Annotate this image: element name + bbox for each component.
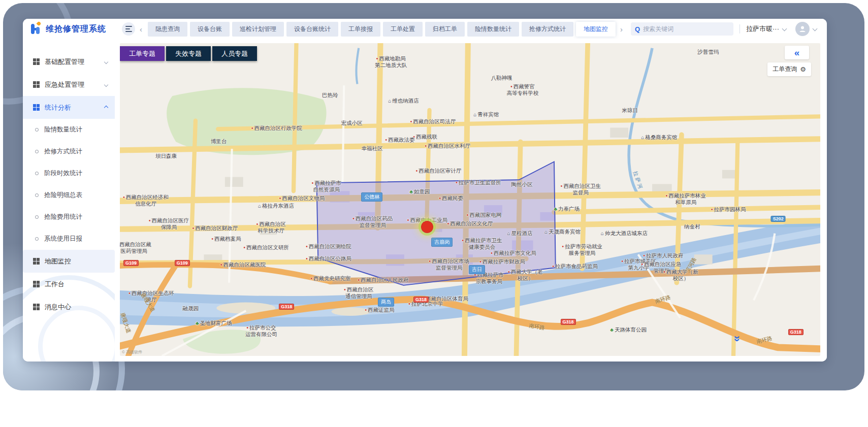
poi-dot-icon: • — [479, 258, 481, 264]
sidebar-item-label: 地图监控 — [45, 257, 71, 266]
sidebar-item-消息中心[interactable]: 消息中心 — [23, 295, 115, 318]
poi-dot-icon: • — [508, 269, 510, 275]
tab-抢修方式统计[interactable]: 抢修方式统计 — [522, 22, 573, 37]
collapse-panel-icon[interactable]: « — [785, 46, 809, 59]
sidebar-item-抢险费用统计[interactable]: 抢险费用统计 — [23, 206, 115, 228]
circle-icon — [35, 215, 39, 219]
map-label-text: 西藏自治区财政厅 — [195, 225, 238, 231]
sidebar-item-统计分析[interactable]: 统计分析 — [23, 96, 115, 119]
tabs-scroll-left-icon[interactable]: ‹ — [135, 25, 147, 34]
poi-dot-icon: • — [408, 301, 410, 306]
map-label: •西藏自治区藏医院 — [220, 261, 266, 268]
road-shield: S202 — [771, 216, 786, 222]
map-label-text: 维也纳酒店 — [392, 97, 419, 103]
sidebar-item-系统使用日报[interactable]: 系统使用日报 — [23, 228, 115, 250]
tab-巡检计划管理[interactable]: 巡检计划管理 — [232, 22, 284, 37]
sidebar-item-地图监控[interactable]: 地图监控 — [23, 250, 115, 273]
sidebar-item-应急处置管理[interactable]: 应急处置管理 — [23, 73, 115, 96]
map-label-text: 八勒神嘎 — [491, 74, 512, 80]
map-label-text: 拉萨市卫生监督所 — [459, 179, 501, 185]
grid-icon — [33, 258, 40, 265]
gear-icon: ⚙ — [800, 65, 806, 73]
grid-icon — [33, 81, 40, 88]
map-label-text: 西藏自治区文化厅 — [450, 220, 493, 226]
tab-设备台账[interactable]: 设备台账 — [190, 22, 230, 37]
map-label: 坝日森康 — [155, 152, 177, 159]
sidebar-item-label: 应急处置管理 — [45, 80, 84, 89]
poi-dot-icon: • — [429, 258, 431, 264]
tab-隐患查询[interactable]: 隐患查询 — [148, 22, 187, 37]
sidebar-item-label: 工作台 — [45, 280, 65, 289]
map-label-text: 天路体育公园 — [615, 326, 647, 332]
alarm-marker[interactable] — [421, 221, 433, 233]
poi-dot-icon: • — [385, 137, 388, 142]
road-shield: G109 — [123, 260, 139, 266]
tab-地图监控[interactable]: 地图监控 — [576, 22, 616, 37]
sidebar-item-基础配置管理[interactable]: 基础配置管理 — [23, 50, 115, 73]
map-label-text: 西藏自治区审计厅 — [419, 168, 461, 174]
sidebar-item-工作台[interactable]: 工作台 — [23, 273, 115, 295]
map-label-text: 西藏证监局 — [368, 307, 395, 313]
menu-toggle-icon[interactable] — [122, 22, 135, 36]
map-label-text: 西藏自治区文研所 — [246, 244, 289, 250]
map-label-text: 天晟商务宾馆 — [549, 228, 581, 234]
map-label: •西藏自治区测绘院 — [306, 243, 351, 250]
map-label: •西藏自治区通信管理局 — [344, 286, 373, 300]
map-label: •拉萨市人民政府 — [644, 252, 684, 259]
sidebar-item-险情数量统计[interactable]: 险情数量统计 — [23, 119, 115, 141]
map-label: ⌂格拉丹东酒店 — [258, 203, 294, 209]
map-label-text: 西藏自治区药品监督管理局 — [356, 216, 393, 228]
map-label-text: 陶然小区 — [511, 181, 533, 187]
map-label-text: 青祥宾馆 — [477, 111, 499, 117]
theme-button-人员专题[interactable]: 人员专题 — [212, 46, 257, 61]
map-label: 八勒神嘎 — [491, 74, 512, 81]
sidebar-item-抢险明细总表[interactable]: 抢险明细总表 — [23, 184, 115, 206]
tab-归档工单[interactable]: 归档工单 — [425, 22, 465, 37]
top-header: 维抢修管理系统 ‹ 隐患查询设备台账巡检计划管理设备台账统计工单接报工单处置归档… — [23, 19, 827, 39]
tab-险情数量统计[interactable]: 险情数量统计 — [467, 22, 519, 37]
theme-button-失效专题[interactable]: 失效专题 — [166, 46, 211, 61]
poi-dot-icon: • — [247, 325, 249, 331]
map-label: ♣力泰广场 — [554, 205, 580, 212]
map-label: ⌂格桑商务宾馆 — [641, 134, 677, 140]
tab-工单接报[interactable]: 工单接报 — [341, 22, 380, 37]
theme-button-工单专题[interactable]: 工单专题 — [120, 46, 165, 61]
hotel-icon: ⌂ — [641, 134, 644, 140]
map-label: 融晟园 — [183, 305, 199, 311]
map-label: •西藏自治区经济和信息化厅 — [123, 194, 169, 207]
user-avatar[interactable] — [795, 22, 810, 36]
tab-设备台账统计[interactable]: 设备台账统计 — [286, 22, 338, 37]
map-label-text: 圣地财富广场 — [200, 319, 232, 325]
work-order-query-button[interactable]: 工单查询 ⚙ — [767, 62, 811, 76]
expand-down-icon[interactable]: « — [731, 336, 742, 342]
sidebar-item-label: 统计分析 — [45, 103, 71, 112]
map-label: •西藏自治区文化厅 — [447, 220, 493, 226]
map-label-text: 西藏自治区生态环境厅 — [132, 290, 174, 303]
search-box[interactable]: Q — [631, 22, 733, 36]
map-label: •拉萨市园林局 — [711, 206, 746, 213]
search-input[interactable] — [643, 25, 719, 32]
tabs-scroll-right-icon[interactable]: › — [616, 25, 627, 34]
map-label-text: 西藏自治区卫生监督局 — [563, 183, 601, 195]
map-label-text: 西藏自治区藏医院 — [223, 261, 266, 268]
tab-工单处置[interactable]: 工单处置 — [383, 22, 423, 37]
poi-dot-icon: • — [410, 119, 412, 124]
avatar-chevron-down-icon[interactable] — [813, 26, 818, 31]
tab-bar: 隐患查询设备台账巡检计划管理设备台账统计工单接报工单处置归档工单险情数量统计抢修… — [148, 22, 616, 37]
map-label-text: 西藏民委 — [442, 194, 463, 201]
map-label-text: 西藏党史研究室 — [313, 275, 351, 281]
map-label-text: 坝日森康 — [155, 152, 177, 158]
sidebar-item-抢修方式统计[interactable]: 抢修方式统计 — [23, 141, 115, 162]
sidebar-item-阶段时效统计[interactable]: 阶段时效统计 — [23, 162, 115, 184]
map-label-text: 幸福社区 — [361, 145, 382, 151]
map-label: •西藏自治区医疗保障局 — [149, 217, 189, 231]
map-label: ⌂星程酒店 — [507, 229, 532, 236]
org-selector[interactable]: 拉萨市暖··· — [746, 24, 788, 34]
map-label-text: 西藏自治区藏医药管理局 — [120, 241, 151, 254]
map-label-text: 拉萨市园林局 — [714, 206, 746, 212]
poi-dot-icon: • — [149, 218, 151, 223]
poi-dot-icon: • — [311, 276, 313, 281]
map-label-text: 纳金村 — [684, 223, 700, 229]
map-canvas[interactable]: 工单专题失效专题人员专题 « 工单查询 ⚙ « 沙普雪玛•西藏地勘局第二地质大队… — [120, 43, 820, 356]
poi-dot-icon: • — [251, 125, 253, 130]
